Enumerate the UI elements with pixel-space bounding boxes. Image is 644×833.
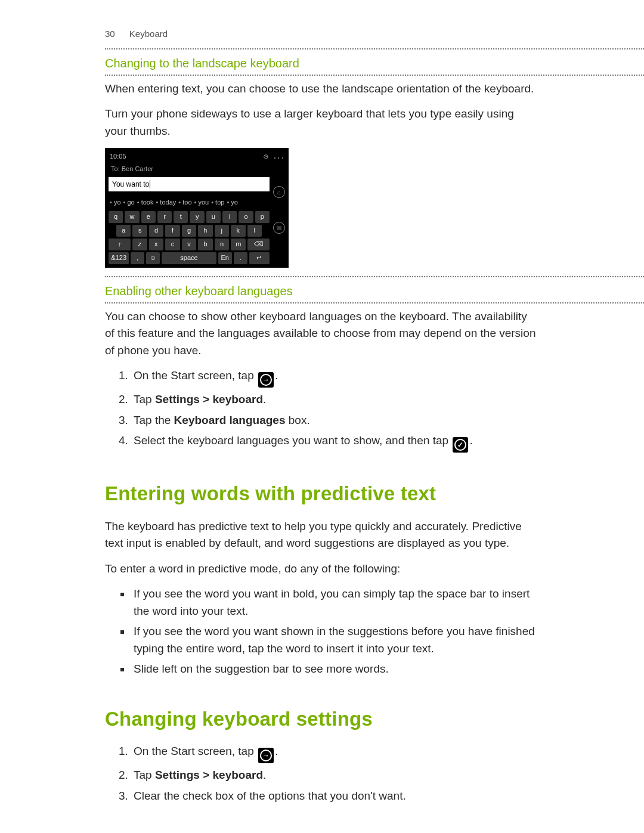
keyboard-key: y bbox=[190, 211, 204, 223]
keyboard-key: l bbox=[247, 225, 262, 237]
keyboard-key: v bbox=[182, 239, 197, 250]
suggestion-word: yo bbox=[110, 199, 121, 206]
suggestion-word: today bbox=[156, 199, 176, 206]
body-text: The keyboard has predictive text to help… bbox=[105, 518, 539, 552]
divider bbox=[105, 302, 644, 304]
signal-icon: ◷ bbox=[264, 153, 268, 161]
bullet-list: If you see the word you want in bold, yo… bbox=[105, 586, 539, 678]
keyboard-key: r bbox=[157, 211, 172, 223]
keyboard-key: , bbox=[131, 252, 144, 264]
page-number: 30 bbox=[105, 29, 115, 39]
step-item: Select the keyboard languages you want t… bbox=[131, 432, 539, 453]
bullet-item: Slide left on the suggestion bar to see … bbox=[131, 661, 539, 678]
keyboard-key: i bbox=[222, 211, 237, 223]
body-text: When entering text, you can choose to us… bbox=[105, 80, 539, 98]
keyboard-key: &123 bbox=[109, 252, 129, 264]
subheading-landscape: Changing to the landscape keyboard bbox=[105, 54, 539, 72]
suggestion-bar: yogotooktodaytooyoutopyo bbox=[109, 196, 270, 211]
keyboard-key: ↵ bbox=[249, 252, 270, 264]
step-item: Tap the Keyboard languages box. bbox=[131, 412, 539, 429]
keyboard-key: q bbox=[109, 211, 123, 223]
keyboard-key: o bbox=[239, 211, 253, 223]
keyboard-key: c bbox=[165, 239, 180, 250]
keyboard-key: k bbox=[231, 225, 245, 237]
keyboard-key: n bbox=[215, 239, 230, 250]
keyboard-key: w bbox=[125, 211, 139, 223]
text-input: You want to bbox=[109, 177, 270, 191]
keyboard-key: h bbox=[198, 225, 212, 237]
suggestion-word: took bbox=[137, 199, 154, 206]
suggestion-word: yo bbox=[227, 199, 238, 206]
suggestion-word: top bbox=[211, 199, 224, 206]
keyboard-key: ↑ bbox=[109, 239, 131, 250]
keyboard-key: m bbox=[231, 239, 246, 250]
page-header: 30 Keyboard bbox=[105, 27, 539, 41]
step-item: On the Start screen, tap →. bbox=[131, 367, 539, 388]
keyboard-key: z bbox=[132, 239, 147, 250]
keyboard-key: e bbox=[141, 211, 156, 223]
keyboard-key: j bbox=[215, 225, 229, 237]
divider bbox=[105, 75, 644, 76]
keyboard-key: d bbox=[149, 225, 163, 237]
step-item: Tap Settings > keyboard. bbox=[131, 391, 539, 408]
heading-predictive: Entering words with predictive text bbox=[105, 479, 539, 509]
keyboard-key: . bbox=[234, 252, 247, 264]
keyboard-key: space bbox=[162, 252, 216, 264]
body-text: Turn your phone sideways to use a larger… bbox=[105, 106, 539, 140]
step-item: On the Start screen, tap →. bbox=[131, 743, 539, 763]
keyboard-key: En bbox=[218, 252, 232, 264]
body-text: To enter a word in predictive mode, do a… bbox=[105, 561, 539, 578]
keyboard-key: t bbox=[174, 211, 188, 223]
keyboard-key: x bbox=[149, 239, 164, 250]
keyboard-key: a bbox=[116, 225, 131, 237]
suggestion-word: you bbox=[194, 199, 209, 206]
keyboard-key: p bbox=[255, 211, 270, 223]
section-name: Keyboard bbox=[129, 29, 168, 39]
keyboard-key: b bbox=[198, 239, 213, 250]
steps-list: On the Start screen, tap →. Tap Settings… bbox=[105, 743, 539, 804]
status-time: 10:05 bbox=[110, 151, 126, 162]
suggestion-word: too bbox=[178, 199, 191, 206]
divider bbox=[105, 48, 644, 49]
arrow-right-icon: → bbox=[258, 748, 274, 763]
heading-settings: Changing keyboard settings bbox=[105, 704, 539, 734]
keyboard-key: f bbox=[165, 225, 179, 237]
keyboard-key: g bbox=[182, 225, 196, 237]
keyboard-key: s bbox=[132, 225, 147, 237]
subheading-languages: Enabling other keyboard languages bbox=[105, 282, 539, 300]
step-item: Clear the check box of the options that … bbox=[131, 788, 539, 805]
bullet-item: If you see the word you want in bold, yo… bbox=[131, 586, 539, 620]
send-icon: ✉ bbox=[273, 222, 285, 234]
suggestion-word: go bbox=[123, 199, 135, 206]
steps-list: On the Start screen, tap →. Tap Settings… bbox=[105, 367, 539, 453]
more-icon: ⋮ bbox=[278, 153, 280, 162]
keyboard-key: ☺ bbox=[146, 252, 160, 264]
to-field: To: Ben Carter bbox=[109, 164, 270, 176]
keyboard-screenshot: ⋮ ⌂ ✉ 10:05 ◷ To: Ben Carter You want to… bbox=[105, 148, 289, 268]
divider bbox=[105, 276, 644, 277]
body-text: You can choose to show other keyboard la… bbox=[105, 308, 539, 360]
mic-icon: ⌂ bbox=[273, 186, 285, 198]
step-item: Tap Settings > keyboard. bbox=[131, 767, 539, 784]
keyboard-key: u bbox=[206, 211, 221, 223]
onscreen-keyboard: qwertyuiopasdfghjkl↑zxcvbnm⌫&123,☺spaceE… bbox=[109, 211, 270, 264]
keyboard-key: ⌫ bbox=[247, 239, 270, 250]
bullet-item: If you see the word you want shown in th… bbox=[131, 623, 539, 657]
check-icon: ✓ bbox=[453, 437, 468, 453]
arrow-right-icon: → bbox=[258, 372, 274, 388]
